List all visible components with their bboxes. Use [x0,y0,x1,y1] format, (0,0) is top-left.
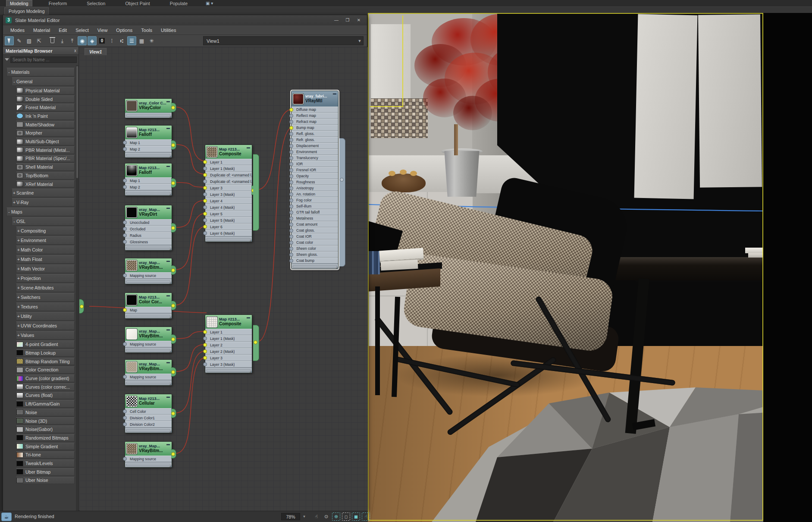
slot-coat-ior[interactable]: Coat IOR [292,233,338,239]
pan-to-selected-icon[interactable]: ☝ [362,513,370,521]
maximize-button[interactable]: ❒ [342,17,353,24]
minimize-button[interactable]: — [331,17,342,24]
browser-row-scanline[interactable]: +Scanline [12,189,75,197]
socket[interactable] [123,185,127,189]
browser-close-icon[interactable]: x [74,48,76,53]
sep1-icon[interactable] [44,36,47,45]
socket[interactable] [203,179,207,183]
menu-view[interactable]: View [94,26,112,34]
socket[interactable] [289,223,293,226]
slot-mapping-source[interactable]: Mapping source [125,341,172,347]
socket[interactable] [289,247,293,251]
node-vraydirt-vraydirt[interactable]: vray_Map...VRayDirt▬UnoccludedOccludedRa… [125,205,172,251]
socket[interactable] [123,274,127,277]
socket[interactable] [123,409,127,413]
node-composite-composite1[interactable]: Map #213...Composite▬Layer 1Layer 1 (Mas… [205,145,252,242]
browser-row-noise-gabor[interactable]: Noise(Gabor) [16,425,75,433]
slot-reflect-map[interactable]: Reflect map [292,113,338,119]
socket[interactable] [203,336,207,340]
pan-hand-icon[interactable]: ☝ [312,513,320,521]
socket[interactable] [289,204,293,208]
zoom-level-field[interactable]: 78% [281,513,300,520]
slot-layer-5[interactable]: Layer 5 [205,211,252,217]
zoom-dropdown-icon[interactable]: ▼ [301,513,307,520]
socket[interactable] [123,147,127,151]
socket[interactable] [289,186,293,190]
node-vraybitm-bitm3[interactable]: vray_Map...VRayBitm...▬Mapping source [125,359,172,386]
ribbon-tab-object-paint[interactable]: Object Paint [122,0,153,6]
node-side-bracket[interactable] [253,154,259,231]
slot-mapping-source[interactable]: Mapping source [125,374,172,380]
node-output-socket[interactable] [171,223,176,233]
slot-duplicate-of-unnamed-l[interactable]: Duplicate of: <unnamed l... [205,172,252,178]
browser-row-physical-material[interactable]: Physical Material [16,87,75,94]
menu-tools[interactable]: Tools [137,26,156,34]
node-output-socket[interactable] [171,367,176,377]
offscreen-node-connector[interactable] [79,299,84,314]
node-falloff-falloff2[interactable]: Map #213...Falloff▬Map 1Map 2 [125,163,172,196]
browser-row-math-color[interactable]: +Math Color [16,245,75,254]
node-vraybitm-bitm4[interactable]: vray_Map...VRayBitm...▬Mapping source [125,441,172,468]
node-side-bracket[interactable] [253,325,259,361]
socket[interactable] [289,192,293,196]
browser-row-forest-material[interactable]: Forest Material [16,104,75,111]
socket[interactable] [123,422,127,426]
slot-layer-1[interactable]: Layer 1 [205,329,252,335]
slot-map-1[interactable]: Map 1 [125,177,172,184]
slot-layer-6[interactable]: Layer 6 [205,223,252,230]
node-collapse-icon[interactable]: ▬ [166,395,170,399]
slot-layer-2-mask[interactable]: Layer 2 (Mask) [205,348,252,355]
zoom-extents-selected-icon[interactable]: ◼ [352,513,360,521]
viewport-3d[interactable] [368,13,812,522]
menu-options[interactable]: Options [112,26,136,34]
node-collapse-icon[interactable]: ▬ [166,99,170,103]
socket[interactable] [123,179,127,182]
slot-map-2[interactable]: Map 2 [125,184,172,190]
socket[interactable] [289,150,293,154]
node-composite-composite2[interactable]: Map #213...Composite▬Layer 1Layer 1 (Mas… [205,314,252,373]
browser-row-curve-color-gradient[interactable]: Curve (color gradient) [16,374,75,382]
slot-layer-6-mask[interactable]: Layer 6 (Mask) [205,230,252,236]
node-view[interactable]: View1 vray_Color C...VRayColor▬Map #213.… [79,47,368,511]
hide-unused-nodeslots-icon[interactable]: ⤒ [68,36,77,45]
browser-row-noise[interactable]: Noise [16,409,75,416]
show-shaded-material-in-viewport-icon[interactable]: ◉ [78,36,87,45]
slot-layer-3-mask[interactable]: Layer 3 (Mask) [205,191,252,198]
socket[interactable] [123,227,127,231]
slot-fog-color[interactable]: Fog color [292,197,338,203]
slot-layer-4-mask[interactable]: Layer 4 (Mask) [205,204,252,211]
browser-row-textures[interactable]: +Textures [16,302,75,311]
browser-row-simple-gradient[interactable]: Simple Gradient [16,443,75,450]
node-collapse-icon[interactable]: ▬ [166,293,170,297]
socket[interactable] [289,229,293,233]
socket[interactable] [289,217,293,220]
socket[interactable] [289,132,293,136]
browser-row-uber-noise[interactable]: Uber Noise [16,477,75,484]
browser-row-ink-n-paint[interactable]: Ink 'n Paint [16,112,75,120]
slot-mapping-source[interactable]: Mapping source [125,272,172,279]
layout-all-vertical-icon[interactable]: ⁞ [107,36,116,45]
browser-row-uber-bitmap[interactable]: Uber Bitmap [16,468,75,476]
make-preview-icon[interactable]: ▧ [25,36,34,45]
socket[interactable] [123,416,127,420]
browser-row-double-sided[interactable]: Double Sided [16,95,75,103]
browser-row-general[interactable]: -General [12,77,75,86]
socket[interactable] [123,457,127,461]
slot-refr-gloss[interactable]: Refr. gloss. [292,137,338,143]
browser-row-curves-color-correc[interactable]: Curves (color correc... [16,383,75,391]
slot-duplicate-of-unnamed-l[interactable]: Duplicate of: <unnamed l... [205,178,252,185]
tab-polygon-modeling[interactable]: Polygon Modeling [4,7,49,15]
slot-self-illum[interactable]: Self-illum [292,203,338,209]
socket[interactable] [289,259,293,263]
browser-row-math-float[interactable]: +Math Float [16,255,75,264]
node-output-socket[interactable] [171,103,176,112]
menu-select[interactable]: Select [72,26,93,34]
pick-material-from-object-icon[interactable]: ✎ [15,36,24,45]
material-map-browser-toggle-icon[interactable]: ☰ [127,36,136,45]
slot-refract-map[interactable]: Refract map [292,119,338,125]
ribbon-tab-modeling[interactable]: Modeling [6,0,32,6]
node-collapse-icon[interactable]: ▬ [247,315,250,319]
slot-map[interactable]: Map [125,307,172,313]
socket[interactable] [289,211,293,214]
browser-row-values[interactable]: +Values [16,331,75,340]
